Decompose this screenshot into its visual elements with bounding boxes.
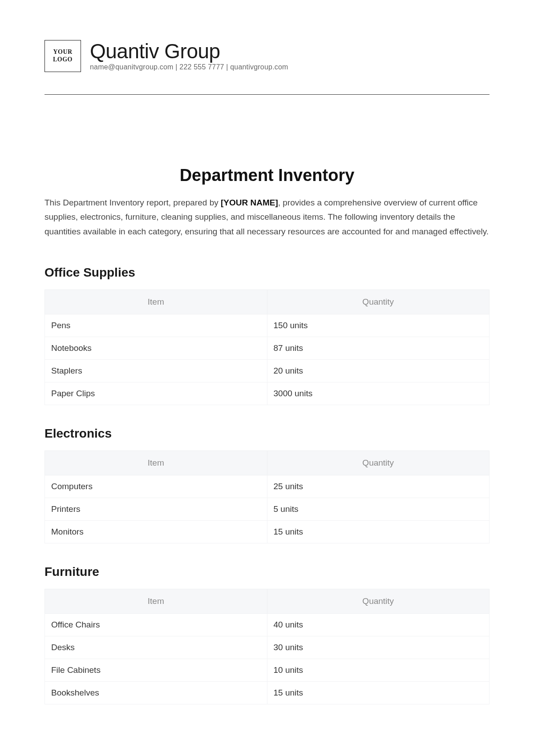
table-row: Paper Clips3000 units [45,382,490,405]
col-header-quantity: Quantity [267,450,490,475]
table-row: Staplers20 units [45,359,490,382]
table-row: File Cabinets10 units [45,659,490,681]
inventory-table: ItemQuantityComputers25 unitsPrinters5 u… [44,450,490,543]
cell-item: Staplers [45,359,267,382]
table-row: Office Chairs40 units [45,613,490,636]
cell-quantity: 30 units [267,636,490,659]
cell-quantity: 25 units [267,475,490,498]
sections-container: Office SuppliesItemQuantityPens150 units… [44,265,490,704]
table-header-row: ItemQuantity [45,290,490,314]
table-row: Printers5 units [45,498,490,520]
cell-item: Paper Clips [45,382,267,405]
table-header-row: ItemQuantity [45,450,490,475]
table-row: Pens150 units [45,314,490,337]
cell-item: Desks [45,636,267,659]
document-page: YOUR LOGO Quantiv Group name@quanitvgrou… [0,0,534,752]
cell-quantity: 40 units [267,613,490,636]
table-row: Bookshelves15 units [45,681,490,704]
table-row: Desks30 units [45,636,490,659]
inventory-table: ItemQuantityPens150 unitsNotebooks87 uni… [44,290,490,405]
section-title: Office Supplies [44,265,490,280]
col-header-quantity: Quantity [267,589,490,613]
author-placeholder: [YOUR NAME] [221,198,278,207]
col-header-item: Item [45,589,267,613]
table-header-row: ItemQuantity [45,589,490,613]
cell-quantity: 10 units [267,659,490,681]
cell-item: Notebooks [45,337,267,359]
intro-before: This Department Inventory report, prepar… [44,198,221,207]
inventory-table: ItemQuantityOffice Chairs40 unitsDesks30… [44,589,490,704]
logo-line-1: YOUR [53,48,72,56]
section-title: Furniture [44,565,490,579]
cell-quantity: 15 units [267,681,490,704]
cell-quantity: 20 units [267,359,490,382]
cell-quantity: 3000 units [267,382,490,405]
col-header-item: Item [45,450,267,475]
page-title: Department Inventory [44,166,490,185]
cell-quantity: 5 units [267,498,490,520]
logo-placeholder: YOUR LOGO [44,40,81,72]
inventory-section: FurnitureItemQuantityOffice Chairs40 uni… [44,565,490,704]
table-row: Computers25 units [45,475,490,498]
section-title: Electronics [44,426,490,441]
cell-item: Pens [45,314,267,337]
cell-item: Computers [45,475,267,498]
company-text-block: Quantiv Group name@quanitvgroup.com | 22… [90,41,288,71]
col-header-quantity: Quantity [267,290,490,314]
cell-item: Bookshelves [45,681,267,704]
col-header-item: Item [45,290,267,314]
table-row: Notebooks87 units [45,337,490,359]
contact-line: name@quanitvgroup.com | 222 555 7777 | q… [90,63,288,71]
cell-item: Monitors [45,520,267,543]
letterhead: YOUR LOGO Quantiv Group name@quanitvgrou… [44,40,490,95]
company-name: Quantiv Group [90,41,288,61]
cell-item: File Cabinets [45,659,267,681]
cell-item: Office Chairs [45,613,267,636]
cell-quantity: 150 units [267,314,490,337]
cell-quantity: 87 units [267,337,490,359]
intro-paragraph: This Department Inventory report, prepar… [44,196,490,239]
cell-quantity: 15 units [267,520,490,543]
cell-item: Printers [45,498,267,520]
logo-line-2: LOGO [53,56,73,64]
table-row: Monitors15 units [45,520,490,543]
inventory-section: ElectronicsItemQuantityComputers25 units… [44,426,490,543]
inventory-section: Office SuppliesItemQuantityPens150 units… [44,265,490,405]
